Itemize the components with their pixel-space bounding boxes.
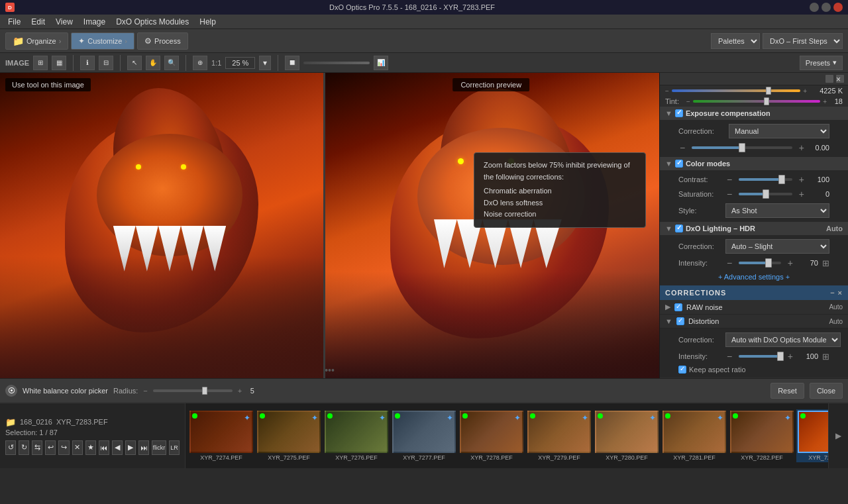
minimize-button[interactable] — [810, 3, 819, 12]
close-palettes-button[interactable]: × — [836, 75, 844, 83]
info-button[interactable]: ℹ — [80, 56, 95, 70]
menu-edit[interactable]: Edit — [26, 16, 50, 28]
hdr-section-header[interactable]: ▼ DxO Lighting – HDR Auto — [660, 222, 848, 235]
zoom-dropdown[interactable]: ▾ — [259, 56, 271, 70]
plus-hdr-button[interactable]: + — [786, 258, 794, 268]
plus-temp-icon[interactable]: + — [803, 87, 807, 95]
menu-image[interactable]: Image — [78, 16, 111, 28]
keep-aspect-checkbox[interactable] — [678, 366, 686, 374]
undo-button[interactable]: ↩ — [45, 440, 56, 455]
hdr-correction-select[interactable]: Auto – Slight — [725, 239, 829, 254]
minus-hdr-button[interactable]: − — [725, 258, 733, 268]
menu-view[interactable]: View — [50, 16, 78, 28]
pointer-tool[interactable]: ↖ — [127, 56, 142, 70]
film-item[interactable]: ✦ XYR_7282.PEF — [729, 409, 795, 462]
film-item[interactable]: ✦ XYR_7279.PEF — [526, 409, 592, 462]
presets-button[interactable]: Presets ▾ — [800, 56, 843, 70]
rotate-right-button[interactable]: ↻ — [19, 440, 29, 455]
delete-button[interactable]: ✕ — [72, 440, 83, 455]
menu-help[interactable]: Help — [194, 16, 221, 28]
contrast-slider[interactable] — [739, 178, 792, 181]
plus-exposure-button[interactable]: + — [798, 142, 806, 153]
nav-next-button[interactable]: ▶ — [125, 440, 136, 455]
exposure-slider-mini[interactable] — [303, 62, 370, 64]
plus-radius-icon[interactable]: + — [238, 387, 242, 395]
raw-noise-expand[interactable]: ▶ — [665, 303, 670, 311]
menu-file[interactable]: File — [3, 16, 26, 28]
saturation-slider[interactable] — [739, 193, 792, 195]
corrections-collapse-button[interactable]: − — [830, 289, 835, 297]
zoom-tool[interactable]: 🔍 — [164, 56, 179, 70]
temperature-slider[interactable] — [672, 89, 800, 92]
white-balance-tool[interactable]: 🔲 — [285, 56, 299, 70]
redo-button[interactable]: ↪ — [58, 440, 69, 455]
organize-button[interactable]: 📁 Organize › — [5, 32, 68, 50]
lr-button[interactable]: LR — [169, 440, 180, 455]
color-modes-checkbox[interactable] — [675, 160, 683, 168]
fit-image-button[interactable]: ⊞ — [33, 56, 48, 70]
nav-last-button[interactable]: ⏭ — [138, 440, 149, 455]
plus-saturation-button[interactable]: + — [798, 189, 806, 199]
rotate-left-button[interactable]: ↺ — [5, 440, 16, 455]
hdr-options-button[interactable]: ⊞ — [822, 258, 829, 268]
crop-tool[interactable]: ⊕ — [193, 56, 207, 70]
style-select[interactable]: As Shot — [725, 203, 829, 218]
close-wb-button[interactable]: Close — [810, 383, 843, 399]
advanced-settings-link[interactable]: + Advanced settings + — [673, 270, 835, 283]
minus-saturation-button[interactable]: − — [725, 189, 733, 199]
filmstrip-scroll-right[interactable]: ▶ — [828, 403, 848, 468]
close-button[interactable] — [833, 3, 843, 12]
maximize-button[interactable] — [822, 3, 831, 12]
distortion-correction-select[interactable]: Auto with DxO Optics Module — [725, 332, 841, 347]
hand-tool[interactable]: ✋ — [146, 56, 160, 70]
film-item[interactable]: ✦ XYR_7274.PEF — [188, 409, 254, 462]
minus-dist-button[interactable]: − — [725, 351, 733, 362]
radius-slider[interactable] — [153, 389, 233, 392]
distortion-checkbox[interactable] — [676, 317, 684, 325]
minus-radius-icon[interactable]: − — [143, 387, 147, 395]
exposure-slider[interactable] — [692, 146, 792, 149]
palettes-select[interactable]: Palettes — [711, 33, 760, 49]
star-button[interactable]: ★ — [85, 440, 96, 455]
customize-button[interactable]: ✦ Customize › — [71, 32, 134, 50]
nav-first-button[interactable]: ⏮ — [99, 440, 109, 455]
plus-contrast-button[interactable]: + — [798, 174, 806, 185]
minus-tint-icon[interactable]: − — [686, 98, 690, 105]
panel-divider[interactable] — [323, 73, 325, 378]
minus-exposure-button[interactable]: − — [678, 142, 686, 153]
distortion-options-button[interactable]: ⊞ — [822, 352, 829, 362]
nav-prev-button[interactable]: ◀ — [112, 440, 123, 455]
collapse-palettes-button[interactable] — [825, 75, 833, 83]
menu-dxo-optics[interactable]: DxO Optics Modules — [111, 16, 194, 28]
exposure-correction-select[interactable]: Manual — [729, 124, 829, 138]
exposure-section-header[interactable]: ▼ Exposure compensation — [660, 107, 848, 120]
film-item[interactable]: ✦ XYR_7281.PEF — [661, 409, 727, 462]
first-steps-select[interactable]: DxO – First Steps — [763, 33, 843, 49]
film-item[interactable]: ✦ XYR_7275.PEF — [256, 409, 322, 462]
image-area[interactable]: Use tool on this image Correction prev — [0, 73, 659, 378]
color-modes-header[interactable]: ▼ Color modes — [660, 157, 848, 170]
film-item[interactable]: ✦ XYR_7276.PEF — [323, 409, 390, 462]
reset-button[interactable]: Reset — [770, 383, 804, 399]
film-item[interactable]: ✦ XYR_7277.PEF — [391, 409, 457, 462]
grid-button[interactable]: ⊟ — [99, 56, 113, 70]
film-item-selected[interactable]: ✦ XYR_7283.PEF — [796, 409, 828, 462]
flickr-button[interactable]: flickr — [152, 440, 166, 455]
histogram-button[interactable]: 📊 — [374, 56, 388, 70]
distortion-slider[interactable] — [739, 355, 781, 358]
film-item[interactable]: ✦ XYR_7280.PEF — [594, 409, 660, 462]
minus-temp-icon[interactable]: − — [665, 87, 669, 95]
hdr-checkbox[interactable] — [675, 225, 683, 232]
distortion-expand[interactable]: ▼ — [665, 317, 672, 325]
film-item[interactable]: ✦ XYR_7278.PEF — [458, 409, 525, 462]
plus-tint-icon[interactable]: + — [823, 98, 827, 105]
flip-h-button[interactable]: ⇆ — [32, 440, 42, 455]
process-button[interactable]: ⚙ Process — [137, 32, 188, 50]
raw-noise-checkbox[interactable] — [674, 303, 682, 311]
hdr-slider[interactable] — [739, 262, 781, 264]
view-mode-button[interactable]: ▦ — [52, 56, 66, 70]
corrections-close-button[interactable]: × — [838, 289, 843, 297]
exposure-checkbox[interactable] — [675, 109, 683, 117]
minus-contrast-button[interactable]: − — [725, 174, 733, 185]
tint-slider[interactable] — [693, 100, 820, 103]
